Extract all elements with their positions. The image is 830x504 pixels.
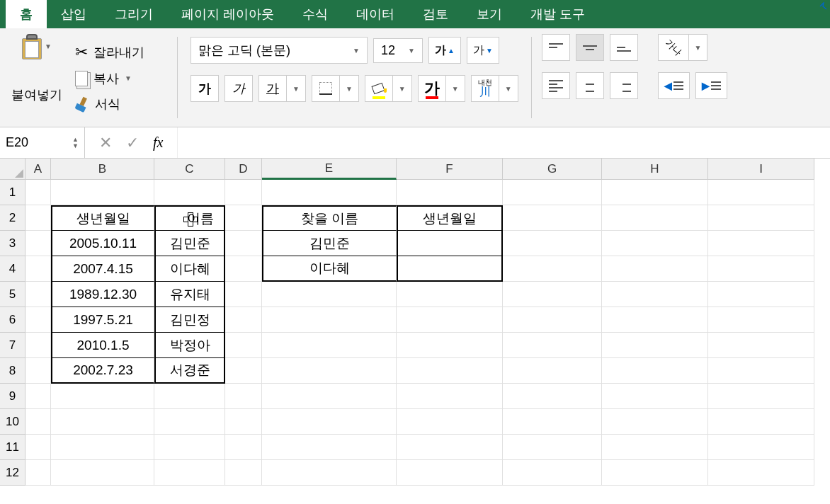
cell[interactable] [708,333,814,358]
cell[interactable] [25,384,51,409]
tab-page-layout[interactable]: 페이지 레이아웃 [167,0,288,28]
cell[interactable] [25,358,51,384]
cell[interactable] [708,282,814,307]
tab-home[interactable]: 홈 [6,0,47,28]
cell[interactable] [397,180,503,205]
cell[interactable] [225,409,262,435]
cell[interactable] [503,205,602,231]
cell[interactable] [708,180,814,205]
cell[interactable] [225,460,262,486]
cell[interactable] [708,409,814,435]
tab-developer[interactable]: 개발 도구 [516,0,599,28]
cell[interactable] [225,384,262,409]
row-header-8[interactable]: 8 [0,358,25,384]
cell[interactable] [503,358,602,384]
cell[interactable] [397,333,503,358]
cell[interactable] [397,409,503,435]
name-box[interactable]: E20 ▲▼ [0,127,85,158]
cell[interactable] [225,231,262,256]
cell[interactable]: 생년월일 [51,205,154,231]
cell[interactable] [602,409,708,435]
cell[interactable] [503,256,602,282]
col-header-G[interactable]: G [503,159,602,180]
cell[interactable]: 이름 [154,205,225,231]
col-header-F[interactable]: F [397,159,503,180]
col-header-A[interactable]: A [25,159,51,180]
cell[interactable] [708,460,814,486]
cell[interactable] [225,282,262,307]
cell[interactable]: 서경준 [154,358,225,384]
cell[interactable] [51,460,154,486]
cancel-formula-button[interactable]: ✕ [99,134,112,152]
cell[interactable] [397,435,503,460]
underline-dropdown[interactable]: ▼ [287,75,306,102]
cell[interactable] [602,231,708,256]
cell[interactable] [602,358,708,384]
font-name-select[interactable]: 맑은 고딕 (본문) ▼ [191,37,368,64]
cell[interactable] [25,435,51,460]
cell[interactable] [503,180,602,205]
cell[interactable] [602,307,708,333]
cell[interactable]: 2005.10.11 [51,231,154,256]
increase-indent-button[interactable]: ▶ [695,72,727,99]
cell[interactable]: 박정아 [154,333,225,358]
cell[interactable] [225,435,262,460]
cell[interactable] [225,256,262,282]
cell[interactable] [503,307,602,333]
cell[interactable] [503,384,602,409]
orientation-dropdown[interactable]: ▼ [689,34,708,61]
cell[interactable] [708,358,814,384]
tab-insert[interactable]: 삽입 [47,0,101,28]
col-header-C[interactable]: C [154,159,225,180]
cell[interactable] [225,358,262,384]
cell[interactable] [602,282,708,307]
fill-color-button[interactable] [365,75,393,102]
cell[interactable] [154,409,225,435]
cell[interactable] [25,231,51,256]
paste-dropdown-arrow[interactable]: ▼ [45,42,52,50]
col-header-B[interactable]: B [51,159,154,180]
phonetic-dropdown[interactable]: ▼ [499,75,518,102]
col-header-I[interactable]: I [708,159,814,180]
align-center-button[interactable] [576,72,604,99]
format-painter-button[interactable]: 서식 [75,96,167,113]
cell[interactable] [397,231,503,256]
cell[interactable]: 유지태 [154,282,225,307]
cell[interactable] [503,435,602,460]
cell[interactable] [503,282,602,307]
font-color-button[interactable]: 가 [418,75,446,102]
cell[interactable] [262,460,397,486]
cell[interactable] [397,460,503,486]
border-button[interactable] [312,75,340,102]
cell[interactable] [262,333,397,358]
cell[interactable]: 2010.1.5 [51,333,154,358]
cell[interactable]: 이다혜 [262,256,397,282]
increase-font-button[interactable]: 가▲ [428,37,461,64]
name-box-stepper[interactable]: ▲▼ [72,137,79,149]
cell[interactable] [25,282,51,307]
cell[interactable] [225,180,262,205]
row-header-3[interactable]: 3 [0,231,25,256]
cell[interactable] [708,256,814,282]
align-bottom-button[interactable] [610,34,638,61]
row-header-5[interactable]: 5 [0,282,25,307]
cell[interactable] [602,435,708,460]
cell[interactable]: 김민준 [262,231,397,256]
cell[interactable] [708,205,814,231]
cell[interactable] [25,180,51,205]
cell[interactable] [51,180,154,205]
cell[interactable] [708,384,814,409]
cell[interactable] [225,205,262,231]
decrease-font-button[interactable]: 가▼ [467,37,499,64]
tab-formulas[interactable]: 수식 [288,0,342,28]
row-header-11[interactable]: 11 [0,435,25,460]
cell[interactable] [25,460,51,486]
cell[interactable] [154,180,225,205]
cell[interactable] [25,409,51,435]
paste-button[interactable] [22,34,42,59]
align-right-button[interactable] [610,72,638,99]
fill-color-dropdown[interactable]: ▼ [393,75,412,102]
cell[interactable] [262,384,397,409]
cell[interactable]: 2002.7.23 [51,358,154,384]
cell[interactable] [225,307,262,333]
